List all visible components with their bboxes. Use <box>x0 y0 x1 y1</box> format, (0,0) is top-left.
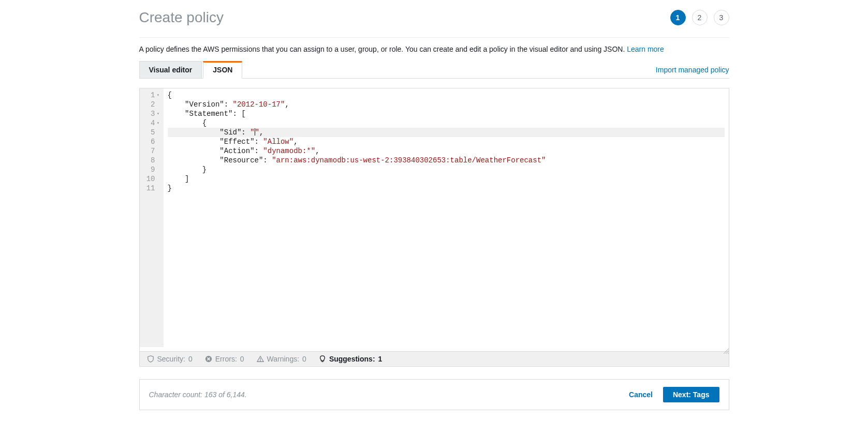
line-number: 8 <box>146 156 160 165</box>
warning-icon <box>257 355 264 363</box>
status-suggestions-count: 1 <box>378 355 382 363</box>
shield-icon <box>147 355 154 363</box>
svg-point-2 <box>260 360 260 361</box>
code-line[interactable]: "Resource": "arn:aws:dynamodb:us-west-2:… <box>168 156 725 165</box>
line-number: 10 <box>146 174 160 184</box>
resize-handle-icon[interactable] <box>140 347 729 351</box>
line-number: 11 <box>146 184 160 193</box>
status-errors-label: Errors: <box>215 355 237 363</box>
tab-visual-editor[interactable]: Visual editor <box>139 61 202 79</box>
step-3[interactable]: 3 <box>714 10 729 25</box>
editor-tabs: Visual editor JSON <box>139 61 244 78</box>
line-number: 5 <box>146 128 160 137</box>
import-managed-policy-link[interactable]: Import managed policy <box>656 66 729 78</box>
code-line[interactable]: "Effect": "Allow", <box>168 137 725 146</box>
status-errors-count: 0 <box>240 355 244 363</box>
status-security-label: Security: <box>157 355 185 363</box>
code-line[interactable]: "Statement": [ <box>168 109 725 118</box>
json-editor: 1▾23▾4▾567891011 { "Version": "2012-10-1… <box>139 88 729 352</box>
code-line[interactable]: } <box>168 184 725 193</box>
line-number: 3▾ <box>146 109 160 118</box>
status-warnings-label: Warnings: <box>267 355 300 363</box>
fold-toggle-icon[interactable]: ▾ <box>156 91 160 100</box>
text-cursor <box>255 128 255 136</box>
code-line[interactable]: { <box>168 91 725 100</box>
line-number-gutter: 1▾23▾4▾567891011 <box>140 88 164 347</box>
line-number: 6 <box>146 137 160 146</box>
fold-toggle-icon[interactable]: ▾ <box>156 118 160 128</box>
footer-bar: Character count: 163 of 6,144. Cancel Ne… <box>139 379 729 410</box>
code-line[interactable]: "Version": "2012-10-17", <box>168 100 725 109</box>
character-count: Character count: 163 of 6,144. <box>149 390 247 399</box>
status-bar: Security: 0 Errors: 0 Warnings: 0 Sugges… <box>139 352 729 367</box>
code-editor[interactable]: 1▾23▾4▾567891011 { "Version": "2012-10-1… <box>140 88 729 347</box>
tab-json[interactable]: JSON <box>203 61 242 79</box>
code-line[interactable]: "Action": "dynamodb:*", <box>168 146 725 156</box>
description-text: A policy defines the AWS permissions tha… <box>139 45 627 53</box>
line-number: 9 <box>146 165 160 174</box>
next-tags-button[interactable]: Next: Tags <box>663 387 719 402</box>
cancel-button[interactable]: Cancel <box>629 390 653 399</box>
status-suggestions-label: Suggestions: <box>329 355 375 363</box>
page-title: Create policy <box>139 9 224 26</box>
status-errors[interactable]: Errors: 0 <box>205 355 244 363</box>
step-indicator: 1 2 3 <box>670 10 729 25</box>
line-number: 2 <box>146 100 160 109</box>
learn-more-link[interactable]: Learn more <box>627 45 664 53</box>
fold-toggle-icon[interactable]: ▾ <box>156 109 160 118</box>
status-suggestions[interactable]: Suggestions: 1 <box>319 355 382 363</box>
code-line[interactable]: } <box>168 165 725 174</box>
status-security[interactable]: Security: 0 <box>147 355 193 363</box>
code-pane[interactable]: { "Version": "2012-10-17", "Statement": … <box>164 88 729 347</box>
code-line[interactable]: ] <box>168 174 725 184</box>
line-number: 7 <box>146 146 160 156</box>
step-2[interactable]: 2 <box>692 10 708 25</box>
lightbulb-icon <box>319 355 326 363</box>
step-1[interactable]: 1 <box>670 10 686 25</box>
line-number: 1▾ <box>146 91 160 100</box>
line-number: 4▾ <box>146 118 160 128</box>
code-line[interactable]: "Sid": "", <box>168 128 725 137</box>
status-security-count: 0 <box>188 355 193 363</box>
policy-description: A policy defines the AWS permissions tha… <box>139 45 729 53</box>
status-warnings-count: 0 <box>302 355 306 363</box>
code-line[interactable]: { <box>168 118 725 128</box>
error-icon <box>205 355 212 363</box>
status-warnings[interactable]: Warnings: 0 <box>257 355 306 363</box>
